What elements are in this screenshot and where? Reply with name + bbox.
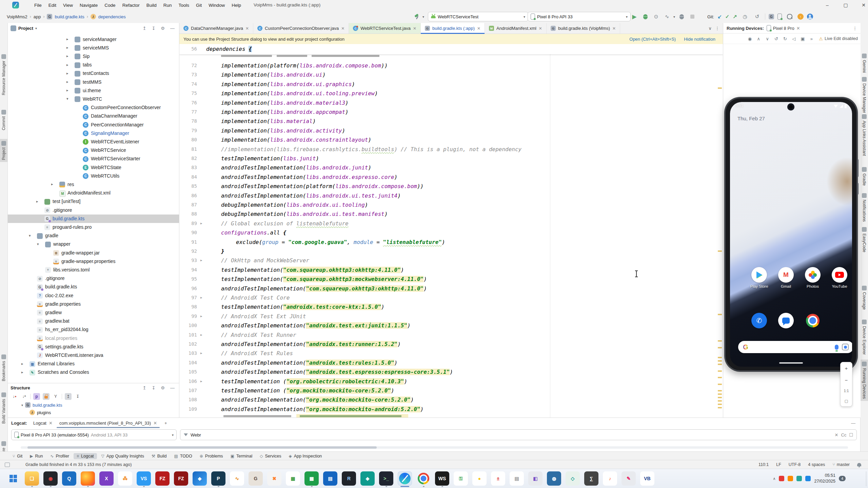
attach-debugger-button[interactable] [677, 12, 686, 21]
volume-down-icon[interactable]: ∨ [763, 35, 771, 42]
taskbar-icon-mobaxterm[interactable]: X [99, 471, 114, 486]
tree-item-hs-err-pid32044-log[interactable]: ≡hs_err_pid32044.log [8, 326, 179, 334]
hotseat-icon-messages[interactable] [778, 313, 794, 328]
taskbar-icon-libreoffice-calc[interactable]: ▦ [304, 471, 319, 486]
stripe-item-device-explorer[interactable]: Device Explorer [861, 318, 868, 357]
stripe-item-device-manager[interactable]: Device Manager [861, 75, 868, 115]
rollback-button[interactable]: ↺ [753, 12, 762, 21]
zoom-out-button[interactable]: − [845, 377, 848, 383]
tab-webrtcservicetest-java[interactable]: CWebRTCServiceTest.java✕ [349, 23, 421, 34]
tree-item-tabs[interactable]: ▸tabs [8, 61, 179, 69]
fold-arrow-icon[interactable]: ▶ [200, 219, 202, 228]
hotseat-icon-phone[interactable]: ✆ [751, 313, 767, 328]
tree-item-wrapper[interactable]: ▾wrapper [8, 240, 179, 249]
taskbar-icon-app-4[interactable]: ∑ [584, 471, 598, 486]
tree-item-gradle-properties[interactable]: ≡gradle.properties [8, 300, 179, 308]
tree-item-build-gradle-kts[interactable]: Gbuild.gradle.kts [8, 283, 179, 291]
close-button[interactable]: ✕ [857, 1, 868, 9]
voice-search-mic-icon[interactable] [835, 345, 839, 350]
new-logcat-tab-button[interactable]: + [162, 421, 170, 426]
chevron-right-icon[interactable]: ▸ [21, 362, 23, 366]
more-actions-icon[interactable]: » [807, 35, 815, 42]
encoding[interactable]: UTF-8 [789, 462, 801, 467]
upgrade-assistant-icon[interactable]: ↑ [797, 14, 804, 20]
banner-open-link[interactable]: Open (Ctrl+Alt+Shift+S) [629, 37, 676, 42]
tree-item-res[interactable]: ▸res [8, 180, 179, 189]
taskbar-icon-file-explorer[interactable]: ❏ [25, 471, 39, 486]
zoom-fit-button[interactable]: ▢ [845, 399, 848, 403]
tree-item-ui-theme[interactable]: ▸ui.theme [8, 86, 179, 95]
rotate-right-icon[interactable]: ↻ [781, 35, 789, 42]
taskbar-icon-filezilla-server[interactable]: FZ [174, 471, 188, 486]
live-edit-status[interactable]: ⚠ Live Edit disabled [819, 36, 858, 41]
chevron-down-icon[interactable]: ▾ [37, 242, 39, 246]
structure-child-node[interactable]: λ plugins [8, 409, 179, 416]
fold-arrow-icon[interactable]: ▶ [200, 312, 202, 321]
tree-item-servicemms[interactable]: ▸serviceMMS [8, 44, 179, 52]
structure-root-node[interactable]: ▾ G build.gradle.kts [8, 401, 179, 409]
clear-filter-icon[interactable]: ✕ [835, 432, 839, 438]
taskbar-icon-qgis[interactable]: ◈ [360, 471, 375, 486]
tree-item-proguard-rules-pro[interactable]: ≡proguard-rules.pro [8, 223, 179, 231]
taskbar-icon-webstorm[interactable]: WS [435, 471, 449, 486]
taskbar-icon-notepad[interactable]: ▤ [510, 471, 524, 486]
hide-panel-icon[interactable]: — [169, 26, 176, 31]
tab-list-caret-icon[interactable]: ∨ [708, 26, 712, 31]
tray-icon-4[interactable] [805, 476, 811, 481]
banner-hide-link[interactable]: Hide notification [684, 37, 715, 42]
toolwindow-app-inspection[interactable]: ◈App Inspection [285, 453, 325, 459]
tree-item-sip[interactable]: ▸Sip [8, 52, 179, 61]
menu-window[interactable]: Window [205, 2, 228, 9]
taskbar-icon-filezilla[interactable]: FZ [155, 471, 170, 486]
hide-logcat-panel-icon[interactable]: — [851, 421, 855, 426]
tree-item-androidmanifest-xml[interactable]: MAndroidManifest.xml [8, 189, 179, 198]
menu-help[interactable]: Help [229, 2, 244, 9]
notifications-bell-icon[interactable] [857, 463, 861, 466]
menu-edit[interactable]: Edit [45, 2, 59, 9]
stripe-item-gradle[interactable]: Gradle [861, 165, 868, 188]
expand-all-icon[interactable]: ↥ [141, 26, 148, 31]
line-ending[interactable]: LF [776, 462, 781, 467]
stripe-item-bookmarks[interactable]: Bookmarks [0, 352, 7, 383]
tree-item-webrtc[interactable]: ▾WebRTC [8, 95, 179, 103]
fold-arrow-icon[interactable]: ▶ [200, 377, 202, 386]
close-tab-icon[interactable]: ✕ [612, 26, 616, 31]
history-button[interactable]: ◷ [741, 12, 749, 21]
close-tab-icon[interactable]: ✕ [477, 26, 480, 31]
error-stripe-mark[interactable] [718, 390, 722, 391]
tree-item-testcontacts[interactable]: ▸testContacts [8, 69, 179, 78]
tree-item-gradlew-bat[interactable]: ≡gradlew.bat [8, 317, 179, 326]
stripe-item-commit[interactable]: Commit [0, 108, 7, 132]
device-select[interactable]: Pixel 8 Pro API 33▾ [528, 12, 631, 21]
build-menu-caret-icon[interactable]: ▾ [422, 15, 424, 19]
collapse-with-icon[interactable]: ↧ [74, 393, 81, 400]
breadcrumb-item-dependencies[interactable]: dependencies [98, 14, 126, 19]
taskbar-icon-xnview[interactable]: ⁂ [118, 471, 132, 486]
zoom-reset-button[interactable]: 1:1 [844, 389, 849, 393]
tree-item-gradle-wrapper-jar[interactable]: ≣gradle-wrapper.jar [8, 249, 179, 257]
git-commit-button[interactable]: ✓ [725, 14, 730, 20]
filter-option-icon[interactable]: ☐ [849, 432, 853, 438]
error-stripe-mark[interactable] [718, 357, 722, 358]
code-editor[interactable]: 72implementation(platform(libs.androidx.… [179, 44, 723, 418]
toolwindow-terminal[interactable]: ▣Terminal [228, 453, 256, 459]
taskbar-icon-diff-tool[interactable]: ± [491, 471, 505, 486]
indent-setting[interactable]: 4 spaces [808, 462, 825, 467]
project-view-caret-icon[interactable]: ▾ [35, 26, 37, 30]
maximize-button[interactable]: ▢ [839, 1, 852, 9]
run-coverage-button[interactable]: ⊙ [652, 12, 660, 21]
sort-alphabetically-icon[interactable]: ↓ᵃ [21, 393, 27, 400]
gradle-sync-button[interactable]: G [769, 14, 774, 19]
show-fields-toggle[interactable] [43, 393, 50, 400]
tree-item-webrtceventlistener[interactable]: IWebRTCEventListener [8, 138, 179, 146]
menu-tools[interactable]: Tools [175, 2, 192, 9]
close-tab-icon[interactable]: ✕ [413, 26, 416, 31]
menu-run[interactable]: Run [160, 2, 175, 9]
menu-code[interactable]: Code [101, 2, 118, 9]
logcat-tab-selected[interactable]: com.voipplus.mmsclient (Pixel_8_Pro_API_… [56, 418, 160, 428]
toolwindow-services[interactable]: ◇Services [257, 453, 284, 459]
fold-arrow-icon[interactable]: ▶ [200, 330, 202, 340]
build-hammer-icon[interactable] [412, 12, 421, 21]
menu-refactor[interactable]: Refactor [119, 2, 143, 9]
chevron-right-icon[interactable]: ▸ [66, 45, 68, 50]
